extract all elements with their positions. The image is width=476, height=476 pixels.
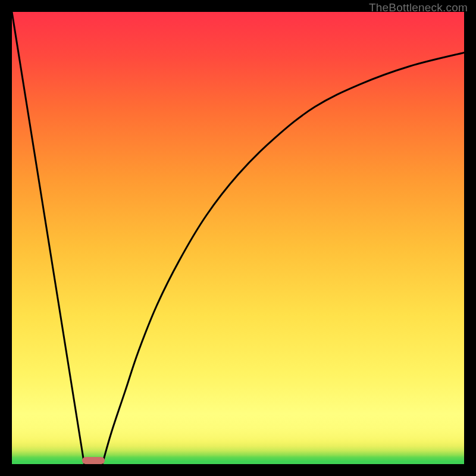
chart-frame: TheBottleneck.com [0,0,476,476]
baseline-marker [82,457,105,464]
left-branch-path [12,12,84,464]
watermark-text: TheBottleneck.com [369,1,468,14]
plot-area [12,12,464,464]
curve-layer [12,12,464,464]
right-branch-path [102,52,464,464]
